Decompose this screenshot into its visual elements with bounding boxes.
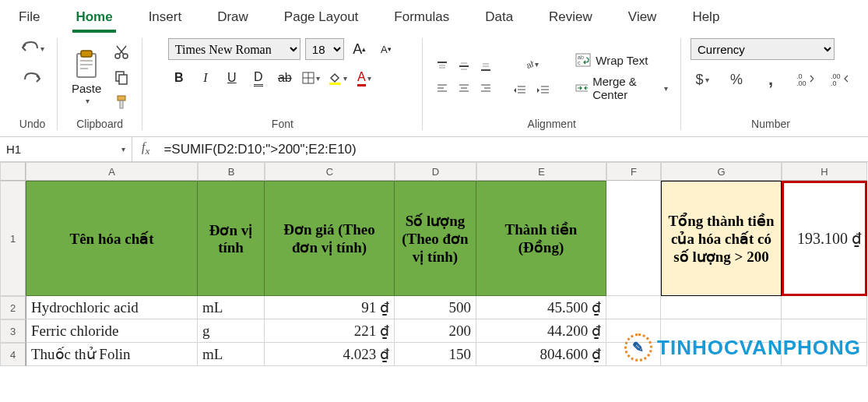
align-top-button[interactable] (432, 56, 452, 76)
number-format-select[interactable]: Currency (691, 38, 835, 60)
col-header-A[interactable]: A (26, 162, 198, 181)
merge-center-button[interactable]: Merge & Center▾ (572, 73, 671, 103)
row-header-1[interactable]: 1 (0, 181, 26, 296)
redo-button[interactable] (20, 69, 45, 90)
increase-indent-button[interactable] (533, 80, 553, 100)
underline-button[interactable]: U (221, 68, 243, 88)
fx-icon[interactable]: fx (132, 140, 159, 157)
increase-font-button[interactable]: A▴ (349, 39, 371, 59)
row-header-4[interactable]: 4 (0, 343, 26, 366)
wrap-text-button[interactable]: abc Wrap Text (572, 51, 671, 69)
col-header-G[interactable]: G (661, 162, 782, 181)
select-all-corner[interactable] (0, 162, 26, 181)
copy-button[interactable] (111, 68, 132, 86)
col-header-F[interactable]: F (606, 162, 661, 181)
font-name-select[interactable]: Times New Roman (168, 38, 300, 60)
align-center-button[interactable] (454, 78, 474, 98)
cell[interactable] (606, 319, 661, 343)
cell[interactable] (606, 343, 661, 366)
cell[interactable]: 91 ₫ (265, 296, 395, 319)
col-header-E[interactable]: E (476, 162, 606, 181)
cell[interactable]: 221 ₫ (265, 319, 395, 343)
cell[interactable]: Thuốc thử Folin (26, 343, 198, 366)
name-box[interactable]: H1▾ (0, 137, 132, 161)
fill-color-button[interactable]: ▾ (327, 68, 349, 88)
double-underline-button[interactable]: D (248, 68, 269, 88)
align-left-button[interactable] (432, 78, 452, 98)
cell[interactable]: Ferric chloride (26, 319, 198, 343)
tab-draw[interactable]: Draw (214, 5, 251, 33)
decrease-decimal-button[interactable]: .00.0 (828, 69, 851, 90)
currency-button[interactable]: $▾ (691, 69, 714, 90)
format-painter-button[interactable] (111, 93, 132, 111)
tab-page-layout[interactable]: Page Layout (281, 5, 361, 33)
cut-button[interactable] (111, 43, 132, 62)
cell[interactable]: mL (198, 296, 265, 319)
group-undo-label: Undo (19, 118, 45, 130)
font-color-button[interactable]: A▾ (353, 68, 375, 88)
orientation-button[interactable]: ab▾ (522, 54, 542, 74)
cell[interactable] (782, 343, 867, 366)
undo-button[interactable]: ▾ (17, 38, 47, 58)
tab-view[interactable]: View (625, 5, 660, 33)
cell[interactable]: Hydrochloric acid (26, 296, 198, 319)
tab-review[interactable]: Review (546, 5, 596, 33)
strikethrough-button[interactable]: ab (274, 68, 296, 88)
tab-data[interactable]: Data (482, 5, 516, 33)
tab-home[interactable]: Home (72, 5, 115, 33)
cell[interactable] (606, 296, 661, 319)
tab-file[interactable]: File (16, 5, 43, 33)
italic-button[interactable]: I (195, 68, 216, 88)
cell[interactable]: Đơn giá (Theo đơn vị tính) (265, 181, 395, 296)
cell[interactable]: mL (198, 343, 265, 366)
tab-formulas[interactable]: Formulas (391, 5, 452, 33)
col-header-B[interactable]: B (198, 162, 265, 181)
align-bottom-button[interactable] (476, 56, 496, 76)
comma-button[interactable]: , (759, 69, 782, 90)
percent-button[interactable]: % (725, 69, 748, 90)
svg-rect-11 (118, 96, 125, 100)
cell[interactable] (661, 319, 782, 343)
paste-button[interactable]: Paste ▾ (67, 48, 106, 107)
row-header-2[interactable]: 2 (0, 296, 26, 319)
borders-button[interactable]: ▾ (300, 68, 322, 88)
bold-button[interactable]: B (168, 68, 190, 88)
cell[interactable]: 44.200 ₫ (476, 319, 606, 343)
svg-rect-1 (81, 51, 92, 57)
cell[interactable]: Đơn vị tính (198, 181, 265, 296)
cell[interactable]: 500 (395, 296, 476, 319)
svg-rect-2 (80, 60, 93, 62)
tab-help[interactable]: Help (689, 5, 722, 33)
cell[interactable] (661, 296, 782, 319)
cell[interactable]: 804.600 ₫ (476, 343, 606, 366)
cell[interactable]: 200 (395, 319, 476, 343)
cell[interactable]: Tổng thành tiền của hóa chất có số lượng… (661, 181, 782, 296)
increase-decimal-button[interactable]: .0.00 (793, 69, 817, 90)
svg-text:.0: .0 (831, 79, 837, 86)
cell[interactable] (782, 296, 867, 319)
align-middle-button[interactable] (454, 56, 474, 76)
cell[interactable]: 45.500 ₫ (476, 296, 606, 319)
cell-H1-selected[interactable]: 193.100 ₫ (782, 181, 867, 296)
cell[interactable]: Thành tiền (Đồng) (476, 181, 606, 296)
tab-insert[interactable]: Insert (146, 5, 185, 33)
font-size-select[interactable]: 18 (305, 38, 344, 60)
formula-input[interactable]: =SUMIF(D2:D10;">200";E2:E10) (159, 137, 868, 161)
svg-text:c: c (578, 60, 581, 65)
cell[interactable] (606, 181, 661, 296)
cell[interactable]: 4.023 ₫ (265, 343, 395, 366)
row-header-3[interactable]: 3 (0, 319, 26, 343)
decrease-font-button[interactable]: A▾ (375, 39, 397, 59)
cell[interactable]: 150 (395, 343, 476, 366)
align-right-button[interactable] (476, 78, 496, 98)
col-header-D[interactable]: D (395, 162, 476, 181)
decrease-indent-button[interactable] (510, 80, 530, 100)
cell[interactable]: Số lượng (Theo đơn vị tính) (395, 181, 476, 296)
cell[interactable] (661, 343, 782, 366)
col-header-C[interactable]: C (265, 162, 395, 181)
col-header-H[interactable]: H (782, 162, 867, 181)
cell[interactable] (782, 319, 867, 343)
cell[interactable]: g (198, 319, 265, 343)
cell[interactable]: Tên hóa chất (26, 181, 198, 296)
group-clipboard-label: Clipboard (76, 118, 123, 130)
